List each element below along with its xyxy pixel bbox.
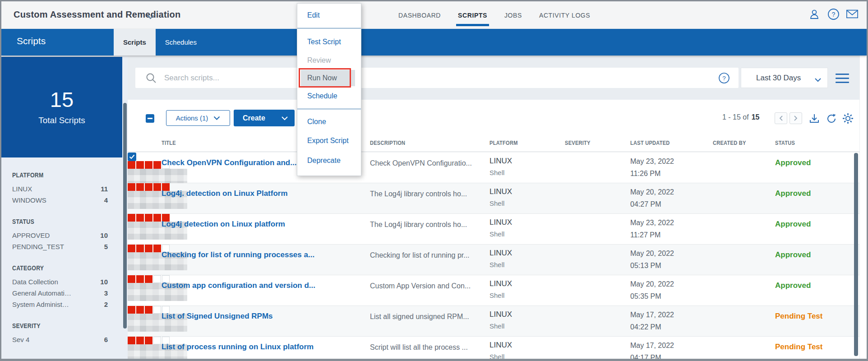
nav-item-activity-logs[interactable]: ACTIVITY LOGS <box>539 1 590 29</box>
time-range-dropdown[interactable]: Last 30 Days <box>741 68 828 88</box>
menu-item-review: Review <box>297 52 361 69</box>
scripts-list-panel: Actions (1) Create 1 - 15 of15 <box>128 100 859 359</box>
tab-schedules[interactable]: Schedules <box>156 29 206 56</box>
total-scripts-count: 15 <box>50 89 74 110</box>
facet-item[interactable]: General Automati…3 <box>12 287 108 299</box>
menu-item-label: Deprecate <box>307 157 341 165</box>
severity-segment-filled <box>153 161 161 169</box>
facet-item[interactable]: PENDING_TEST5 <box>12 241 108 252</box>
column-header-platform[interactable]: PLATFORM <box>489 139 524 146</box>
severity-segment-filled <box>153 245 161 252</box>
severity-segment-filled <box>145 161 152 169</box>
app-title[interactable]: Custom Assessment and Remediation <box>14 9 180 20</box>
facet-item-label: System Administ… <box>12 301 69 308</box>
column-header-title[interactable]: TITLE <box>162 139 179 146</box>
script-description: The Log4j library controls ho... <box>370 221 485 229</box>
last-updated-date: May 20, 2022 <box>630 280 674 288</box>
mail-icon[interactable] <box>846 8 859 20</box>
severity-segment-filled <box>136 306 144 314</box>
table-row[interactable]: List of process running on Linux platfor… <box>128 337 859 359</box>
facet-section-title: SEVERITY <box>12 322 128 329</box>
select-all-checkbox[interactable] <box>146 114 154 123</box>
nav-item-scripts[interactable]: SCRIPTS <box>458 1 487 29</box>
facet-section-severity: SEVERITYSev 46 <box>12 322 128 345</box>
facet-item-count: 10 <box>100 278 108 286</box>
facet-item[interactable]: APPROVED10 <box>12 230 108 241</box>
facet-item[interactable]: WINDOWS4 <box>12 194 108 206</box>
table-row[interactable]: Log4j. detection on Linux PlatformThe Lo… <box>128 183 859 214</box>
column-header-created-by[interactable]: CREATED BY <box>713 139 753 146</box>
table-row[interactable]: Custom app configuration and version d..… <box>128 275 859 306</box>
user-icon[interactable] <box>808 8 821 20</box>
menu-item-edit[interactable]: Edit <box>297 6 361 24</box>
column-header-text: STATUS <box>775 139 795 146</box>
search-input[interactable] <box>163 70 696 85</box>
table-row[interactable]: List of Signed Unsigned RPMsList all sig… <box>128 306 859 337</box>
table-scrollbar[interactable] <box>854 153 858 356</box>
script-title-link[interactable]: List of process running on Linux platfor… <box>162 342 367 352</box>
script-description: Checking for list of running pr... <box>370 251 485 259</box>
menu-item-run-now[interactable]: Run Now <box>297 69 361 87</box>
script-platform: LINUX <box>489 279 512 288</box>
menu-item-clone[interactable]: Clone <box>297 113 361 131</box>
facet-title-text: STATUS <box>12 218 34 225</box>
facet-item[interactable]: Sev 46 <box>12 334 108 345</box>
next-page-button[interactable] <box>790 112 802 124</box>
table-row[interactable]: Check OpenVPN Configuration and...Check … <box>128 153 859 183</box>
column-header-description[interactable]: DESCRIPTION <box>370 139 413 146</box>
table-row[interactable]: Log4j detection on Linux platformThe Log… <box>128 214 859 245</box>
last-updated-time: 04:22 PM <box>630 323 661 331</box>
table-row[interactable]: Checking for list of running processes a… <box>128 245 859 275</box>
menu-item-schedule[interactable]: Schedule <box>297 87 361 105</box>
menu-item-test-script[interactable]: Test Script <box>297 32 361 52</box>
last-updated-time: 05:13 PM <box>630 262 661 270</box>
help-icon[interactable]: ? <box>827 8 840 20</box>
severity-segment-filled <box>136 214 144 222</box>
facet-item[interactable]: System Administ…2 <box>12 299 108 310</box>
menu-item-export-script[interactable]: Export Script <box>297 131 361 151</box>
tab-scripts[interactable]: Scripts <box>114 29 156 56</box>
column-header-last-updated[interactable]: LAST UPDATED <box>630 139 679 146</box>
facet-item[interactable]: LINUX11 <box>12 183 108 194</box>
menu-item-deprecate[interactable]: Deprecate <box>297 151 361 171</box>
row-checkbox-checked[interactable] <box>128 153 136 161</box>
page-title: Scripts <box>17 36 46 46</box>
tab-label: Scripts <box>123 38 146 46</box>
facet-item-count: 6 <box>104 336 108 343</box>
script-title-link[interactable]: Custom app configuration and version d..… <box>162 281 367 290</box>
script-title-link[interactable]: Log4j detection on Linux platform <box>162 220 367 229</box>
column-header-severity[interactable]: SEVERITY <box>565 139 596 146</box>
column-header-status[interactable]: STATUS <box>775 139 799 146</box>
nav-item-jobs[interactable]: JOBS <box>504 1 522 29</box>
facet-item-label: PENDING_TEST <box>12 243 64 250</box>
severity-segment-filled <box>145 245 152 252</box>
gear-icon[interactable] <box>842 112 854 125</box>
last-updated-time: 04:27 PM <box>630 200 661 208</box>
actions-button[interactable]: Actions (1) <box>166 110 230 126</box>
top-navigation: DASHBOARDSCRIPTSJOBSACTIVITY LOGS <box>398 1 590 29</box>
facet-item-count: 2 <box>104 301 108 308</box>
script-title-link[interactable]: List of Signed Unsigned RPMs <box>162 312 367 321</box>
download-icon[interactable] <box>808 112 820 125</box>
facet-item-count: 5 <box>104 243 108 250</box>
table-header: TITLEDESCRIPTIONPLATFORMSEVERITYLAST UPD… <box>128 135 859 152</box>
create-button[interactable]: Create <box>234 110 295 126</box>
severity-segment-filled <box>145 275 152 283</box>
severity-segment-filled <box>145 337 152 344</box>
script-title-link[interactable]: Log4j. detection on Linux Platform <box>162 189 367 198</box>
menu-icon[interactable] <box>836 74 849 83</box>
prev-page-button[interactable] <box>775 112 787 124</box>
search-help-icon[interactable]: ? <box>718 72 730 86</box>
table-body: Check OpenVPN Configuration and...Check … <box>128 153 859 359</box>
nav-item-label: SCRIPTS <box>458 12 487 19</box>
chevron-down-icon[interactable] <box>147 13 154 21</box>
sidebar-scrollbar[interactable] <box>123 103 127 329</box>
nav-item-dashboard[interactable]: DASHBOARD <box>398 1 441 29</box>
script-title-link[interactable]: Checking for list of running processes a… <box>162 250 367 259</box>
refresh-icon[interactable] <box>825 112 837 125</box>
facet-item[interactable]: Data Collection10 <box>12 276 108 287</box>
search-field: ? <box>135 68 739 88</box>
column-header-text: DESCRIPTION <box>370 139 405 146</box>
script-platform-type: Shell <box>489 292 504 299</box>
severity-segment-filled <box>128 214 135 222</box>
